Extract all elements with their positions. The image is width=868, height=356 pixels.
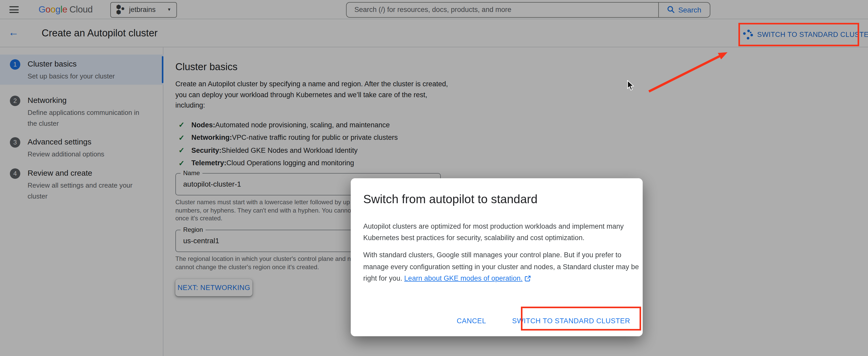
- dialog-paragraph-1: Autopilot clusters are optimized for mos…: [363, 221, 624, 243]
- dialog-text-line: Kubernetes best practices for security, …: [363, 232, 624, 243]
- dialog-title: Switch from autopilot to standard: [363, 192, 537, 206]
- dialog-text-line: right for you. Learn about GKE modes of …: [363, 273, 639, 285]
- dialog-text-line: Autopilot clusters are optimized for mos…: [363, 221, 624, 232]
- learn-about-gke-modes-link[interactable]: Learn about GKE modes of operation.: [404, 275, 523, 282]
- switch-to-standard-cluster-confirm-button[interactable]: SWITCH TO STANDARD CLUSTER: [505, 312, 638, 329]
- dialog-paragraph-2: With standard clusters, Google still man…: [363, 249, 639, 285]
- external-link-icon: [525, 276, 531, 282]
- cancel-button[interactable]: CANCEL: [450, 312, 493, 329]
- dialog-text: right for you.: [363, 275, 404, 282]
- dialog-actions: CANCEL SWITCH TO STANDARD CLUSTER: [450, 312, 638, 329]
- dialog-text-line: With standard clusters, Google still man…: [363, 249, 639, 261]
- gcp-console-page: GoogleCloud ⬢⬢⬢ jetbrains ▼ Search (/) f…: [0, 0, 868, 356]
- switch-to-standard-dialog: Switch from autopilot to standard Autopi…: [351, 178, 643, 336]
- dialog-text-line: manage every configuration setting in yo…: [363, 261, 639, 273]
